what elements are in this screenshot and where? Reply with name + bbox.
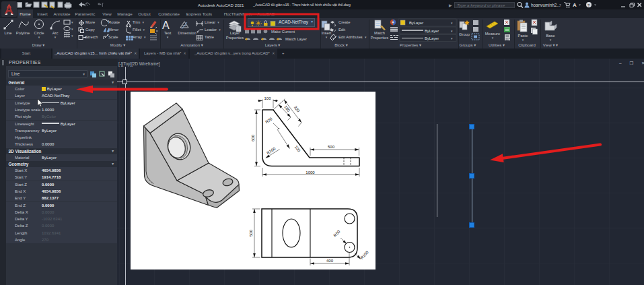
svg-text:600: 600 (251, 134, 255, 141)
svg-text:▾: ▾ (71, 27, 73, 31)
svg-text:hoanvuminh2...: hoanvuminh2... (531, 3, 561, 7)
svg-text:500: 500 (328, 145, 335, 149)
svg-text:400: 400 (326, 259, 334, 263)
svg-text:A: A (573, 2, 577, 8)
svg-text:ByLayer: ByLayer (425, 36, 439, 40)
svg-text:100: 100 (264, 96, 271, 100)
svg-text:A: A (162, 20, 170, 31)
svg-text:ByLayer: ByLayer (409, 21, 423, 25)
svg-text:500: 500 (249, 229, 253, 236)
svg-text:▾: ▾ (71, 20, 73, 24)
svg-text:1000: 1000 (306, 170, 315, 175)
svg-text:ByLayer: ByLayer (425, 29, 439, 33)
svg-text:▾: ▾ (71, 34, 73, 38)
